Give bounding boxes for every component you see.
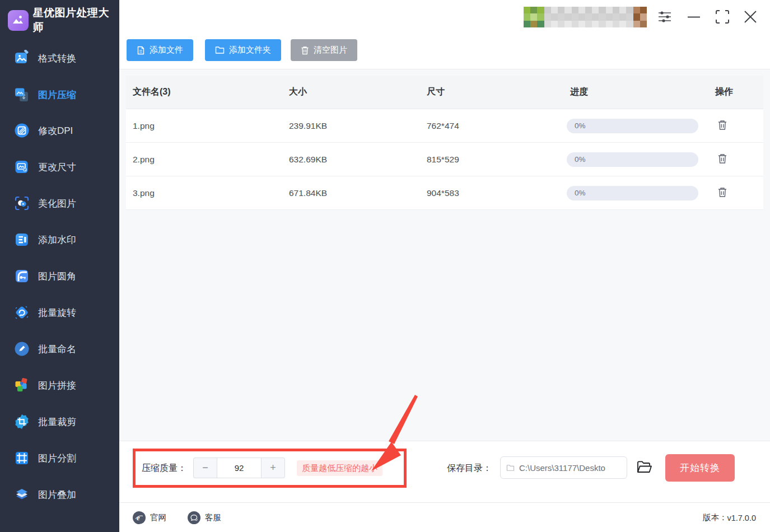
delete-row-button[interactable]: [715, 186, 730, 200]
tune-sliders-icon[interactable]: [657, 9, 673, 25]
delete-row-button[interactable]: [715, 119, 730, 133]
sidebar-item-label: 格式转换: [38, 52, 76, 65]
browser-e-icon: e: [133, 511, 146, 524]
table-row: 3.png 671.84KB 904*583 0%: [126, 176, 763, 210]
clear-images-label: 清空图片: [314, 45, 347, 55]
beautify-icon: [13, 195, 30, 212]
batch-rotate-icon: [13, 304, 30, 321]
browse-folder-button[interactable]: [636, 460, 652, 475]
app-logo-icon: [8, 10, 29, 31]
sidebar-item-label: 图片压缩: [38, 88, 76, 101]
sidebar-item-format-convert[interactable]: 格式转换: [13, 48, 114, 68]
support-link[interactable]: 客服: [188, 503, 221, 532]
image-split-icon: [13, 450, 30, 466]
sidebar-item-label: 图片分割: [38, 452, 76, 465]
minimize-icon[interactable]: [686, 9, 702, 25]
sidebar-item-label: 图片叠加: [38, 488, 76, 501]
batch-rename-icon: [13, 340, 30, 357]
quality-input[interactable]: [217, 458, 262, 478]
version-text: 版本： v1.7.0.0: [703, 503, 756, 532]
sidebar-item-label: 批量命名: [38, 343, 76, 356]
table-header-row: 文件名(3) 大小 尺寸 进度 操作: [126, 76, 763, 109]
add-file-button[interactable]: 添加文件: [127, 39, 193, 61]
clear-images-button[interactable]: 清空图片: [291, 39, 357, 61]
round-corner-icon: [13, 268, 30, 284]
folder-small-icon: [506, 464, 515, 472]
close-icon[interactable]: [743, 9, 758, 25]
quality-hint-badge: 质量越低压缩的越小: [297, 460, 382, 476]
file-table: 文件名(3) 大小 尺寸 进度 操作 1.png 239.91KB 762*47…: [126, 76, 763, 210]
sidebar-item-label: 添加水印: [38, 234, 76, 246]
quality-label: 压缩质量：: [142, 463, 186, 474]
sidebar-item-label: 批量裁剪: [38, 416, 76, 428]
file-name: 1.png: [126, 121, 289, 131]
footer: e 官网 客服 版本： v1.7.0.0: [119, 502, 770, 532]
file-icon: [137, 46, 145, 55]
file-dims: 815*529: [427, 155, 567, 165]
modify-dpi-icon: [13, 122, 30, 139]
app-logo-row: 星优图片处理大师: [8, 6, 119, 35]
support-label: 客服: [205, 512, 221, 523]
sidebar-item-beautify[interactable]: 美化图片: [13, 193, 114, 213]
sidebar-item-batch-rotate[interactable]: 批量旋转: [13, 302, 114, 323]
user-account-redacted[interactable]: [524, 7, 647, 27]
file-size: 632.69KB: [289, 155, 427, 165]
svg-text:e: e: [137, 514, 140, 522]
file-dims: 904*583: [427, 188, 567, 198]
quality-plus-button[interactable]: +: [262, 458, 285, 478]
sidebar-item-watermark[interactable]: 添加水印: [13, 230, 114, 250]
official-site-label: 官网: [150, 512, 166, 523]
table-row: 1.png 239.91KB 762*474 0%: [126, 109, 763, 143]
main-area: 添加文件 添加文件夹 清空图片: [119, 0, 770, 532]
sidebar-item-image-overlay[interactable]: 图片叠加: [13, 484, 114, 505]
start-convert-button[interactable]: 开始转换: [665, 454, 735, 482]
sidebar-item-image-split[interactable]: 图片分割: [13, 448, 114, 468]
sidebar-item-round-corner[interactable]: 图片圆角: [13, 266, 114, 286]
quality-stepper: − +: [193, 458, 285, 478]
delete-row-button[interactable]: [715, 152, 730, 167]
sidebar-item-label: 更改尺寸: [38, 161, 76, 174]
quality-minus-button[interactable]: −: [193, 458, 217, 478]
app-title: 星优图片处理大师: [33, 6, 119, 35]
col-header-filename: 文件名(3): [126, 86, 289, 98]
sidebar-item-label: 图片拼接: [38, 379, 76, 392]
image-stitch-icon: [13, 377, 30, 394]
resize-icon: [13, 158, 30, 175]
trash-icon: [717, 119, 728, 131]
table-row: 2.png 632.69KB 815*529 0%: [126, 143, 763, 176]
file-name: 2.png: [126, 155, 289, 165]
sidebar-item-resize[interactable]: 更改尺寸: [13, 157, 114, 177]
file-size: 671.84KB: [289, 188, 427, 198]
folder-icon: [215, 46, 225, 54]
trash-icon: [301, 46, 309, 55]
progress-bar: 0%: [567, 119, 698, 133]
col-header-size: 大小: [289, 86, 427, 98]
open-folder-icon: [636, 460, 652, 474]
trash-icon: [717, 153, 728, 165]
sidebar-item-label: 批量旋转: [38, 306, 76, 319]
official-site-link[interactable]: e 官网: [133, 503, 166, 532]
add-folder-button[interactable]: 添加文件夹: [205, 39, 281, 61]
sidebar-item-image-compress[interactable]: 图片压缩: [13, 85, 114, 105]
file-name: 3.png: [126, 188, 289, 198]
save-dir-input[interactable]: [519, 463, 621, 473]
maximize-icon[interactable]: [715, 9, 730, 25]
sidebar-item-image-stitch[interactable]: 图片拼接: [13, 375, 114, 395]
sidebar-item-label: 修改DPI: [38, 124, 73, 137]
image-compress-icon: [13, 86, 30, 103]
col-header-progress: 进度: [567, 86, 708, 98]
trash-icon: [717, 186, 728, 198]
format-convert-icon: [13, 50, 30, 67]
sidebar-item-modify-dpi[interactable]: 修改DPI: [13, 120, 114, 141]
save-dir-field[interactable]: [500, 456, 627, 479]
topbar: 添加文件 添加文件夹 清空图片: [119, 0, 770, 69]
version-value: v1.7.0.0: [727, 514, 756, 522]
sidebar-item-batch-rename[interactable]: 批量命名: [13, 339, 114, 359]
watermark-icon: [13, 231, 30, 248]
sidebar-item-batch-crop[interactable]: 批量裁剪: [13, 412, 114, 432]
progress-bar: 0%: [567, 186, 698, 200]
sidebar-item-label: 美化图片: [38, 197, 76, 210]
sidebar-item-label: 图片圆角: [38, 270, 76, 283]
version-label: 版本：: [703, 512, 727, 523]
chat-bubble-icon: [188, 511, 200, 524]
